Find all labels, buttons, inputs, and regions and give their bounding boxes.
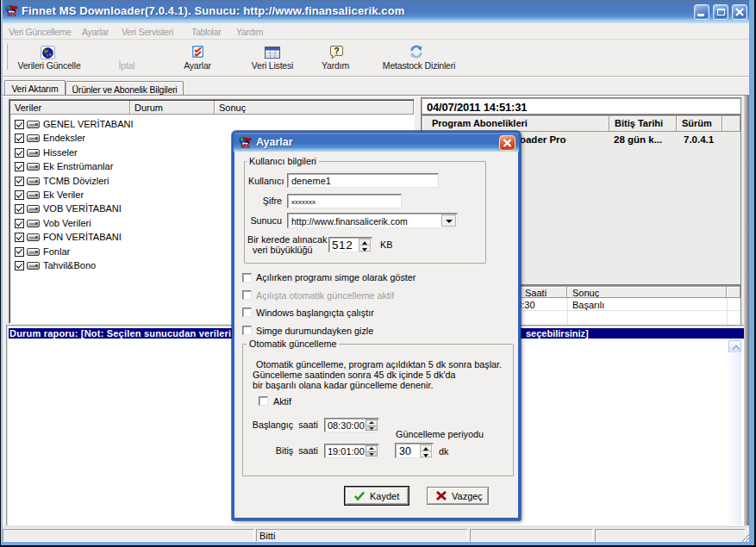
svg-text:MS: MS (8, 11, 17, 17)
svg-text:?: ? (334, 47, 339, 56)
svg-text:MS: MS (241, 143, 251, 149)
